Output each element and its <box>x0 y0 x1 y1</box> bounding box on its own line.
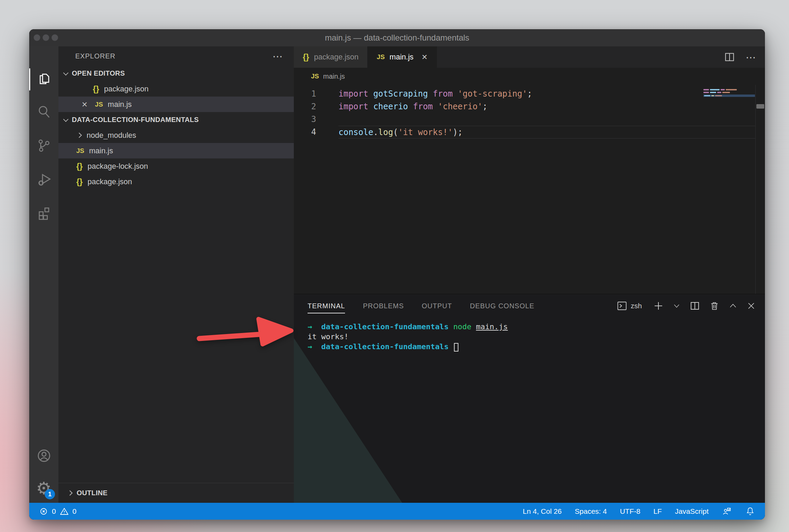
run-debug-icon[interactable] <box>29 166 58 192</box>
js-file-icon: JS <box>377 53 385 61</box>
tab-terminal[interactable]: TERMINAL <box>308 294 345 318</box>
line-number: 1 <box>294 88 316 100</box>
editor-scrollbar[interactable] <box>755 85 765 294</box>
code-line[interactable]: 2import cheerio from 'cheerio'; <box>294 100 765 113</box>
more-actions-icon[interactable]: ⋯ <box>273 50 284 62</box>
minimap-current-line <box>703 95 755 97</box>
term-line[interactable]: → data-collection-fundamentals <box>308 342 765 352</box>
explorer-icon[interactable] <box>29 66 58 92</box>
editor-actions: ⋯ <box>724 46 757 68</box>
token: ; <box>527 89 532 99</box>
tree-item-label: package-lock.json <box>88 162 148 171</box>
token: → <box>308 342 312 351</box>
code-editor[interactable]: 1import gotScraping from 'got-scraping';… <box>294 85 765 294</box>
json-file-icon: {} <box>303 52 309 62</box>
term-line[interactable]: it works! <box>308 332 765 342</box>
tree-item-label: package.json <box>88 177 132 186</box>
outline-section[interactable]: OUTLINE <box>58 483 294 503</box>
settings-gear-icon[interactable]: ⚙ 1 <box>29 475 58 501</box>
token <box>312 322 321 331</box>
tree-item-package-lock[interactable]: {} package-lock.json <box>58 158 294 174</box>
term-line[interactable]: → data-collection-fundamentals node main… <box>308 322 765 332</box>
js-file-icon: JS <box>311 73 319 80</box>
minimap[interactable] <box>703 89 755 97</box>
warning-count: 0 <box>73 507 77 516</box>
tab-output[interactable]: OUTPUT <box>422 294 452 318</box>
language-mode[interactable]: JavaScript <box>675 507 709 516</box>
close-tab-icon[interactable]: × <box>422 52 427 62</box>
token: data-collection-fundamentals <box>321 342 449 351</box>
chevron-right-icon <box>67 490 73 496</box>
tree-item-main-js[interactable]: JS main.js <box>58 143 294 158</box>
token <box>449 342 453 351</box>
workspace-label: DATA-COLLECTION-FUNDAMENTALS <box>72 116 199 124</box>
workspace-section[interactable]: DATA-COLLECTION-FUNDAMENTALS <box>58 112 294 128</box>
maximize-window-button[interactable] <box>52 34 58 41</box>
open-editor-label: main.js <box>108 100 132 109</box>
tab-debug-console[interactable]: DEBUG CONSOLE <box>470 294 534 318</box>
cursor-position[interactable]: Ln 4, Col 26 <box>523 507 562 516</box>
chevron-down-icon <box>63 70 69 76</box>
explorer-sidebar: EXPLORER ⋯ OPEN EDITORS {} package.json … <box>58 46 294 503</box>
token: 'it works!' <box>398 128 453 137</box>
split-terminal-icon[interactable] <box>689 300 700 311</box>
close-window-button[interactable] <box>34 34 40 41</box>
panel-header: TERMINAL PROBLEMS OUTPUT DEBUG CONSOLE z… <box>294 294 765 318</box>
tab-package-json[interactable]: {} package.json <box>294 46 368 68</box>
token: gotScraping <box>373 89 433 99</box>
desktop-background: main.js — data-collection-fundamentals <box>0 0 789 532</box>
eol-sequence[interactable]: LF <box>653 507 662 516</box>
error-count: 0 <box>52 507 56 516</box>
tab-problems[interactable]: PROBLEMS <box>363 294 404 318</box>
token: → <box>308 322 312 331</box>
terminal-output[interactable]: → data-collection-fundamentals node main… <box>294 318 765 352</box>
token: log <box>378 128 393 137</box>
open-editor-item[interactable]: {} package.json <box>58 81 294 97</box>
close-editor-icon[interactable]: × <box>82 100 87 109</box>
split-editor-icon[interactable] <box>724 51 735 63</box>
notifications-bell-icon[interactable] <box>745 506 755 517</box>
scrollbar-thumb[interactable] <box>756 104 764 109</box>
maximize-panel-icon[interactable] <box>729 301 737 310</box>
feedback-icon[interactable] <box>722 506 732 517</box>
close-panel-icon[interactable] <box>746 301 756 311</box>
shell-selector[interactable]: zsh <box>617 301 644 311</box>
minimize-window-button[interactable] <box>43 34 49 41</box>
explorer-header: EXPLORER ⋯ <box>58 46 294 66</box>
new-terminal-icon[interactable] <box>653 300 664 311</box>
breadcrumb-item: main.js <box>323 73 345 80</box>
extensions-icon[interactable] <box>29 200 58 226</box>
search-icon[interactable] <box>29 99 58 125</box>
open-editor-item[interactable]: × JS main.js <box>58 97 294 112</box>
terminal-toolbar: zsh <box>617 300 756 311</box>
tree-item-label: node_modules <box>87 131 136 140</box>
token: import <box>338 89 373 99</box>
code-line[interactable]: 4console.log('it works!'); <box>294 126 765 138</box>
token: node <box>453 322 471 331</box>
title-bar[interactable]: main.js — data-collection-fundamentals <box>29 29 765 46</box>
token: cheerio <box>373 102 413 111</box>
vscode-window: main.js — data-collection-fundamentals <box>29 29 765 520</box>
more-actions-icon[interactable]: ⋯ <box>746 51 757 63</box>
terminal-cursor <box>454 343 458 352</box>
editor-tab-bar: {} package.json JS main.js × ⋯ <box>294 46 765 68</box>
json-file-icon: {} <box>93 84 99 94</box>
breadcrumb[interactable]: JS main.js <box>294 68 765 85</box>
kill-terminal-trash-icon[interactable] <box>709 301 720 311</box>
launch-profile-chevron-icon[interactable] <box>673 302 680 310</box>
problems-status[interactable]: 0 0 <box>39 507 76 516</box>
account-icon[interactable] <box>29 443 58 469</box>
js-file-icon: JS <box>95 101 103 108</box>
encoding[interactable]: UTF-8 <box>620 507 641 516</box>
warning-icon <box>59 507 69 516</box>
indentation[interactable]: Spaces: 4 <box>575 507 607 516</box>
tree-item-node-modules[interactable]: node_modules <box>58 128 294 143</box>
source-control-icon[interactable] <box>29 132 58 158</box>
code-line[interactable]: 1import gotScraping from 'got-scraping'; <box>294 88 765 100</box>
shell-label: zsh <box>631 302 642 310</box>
tree-item-package-json[interactable]: {} package.json <box>58 174 294 189</box>
code-line[interactable]: 3 <box>294 113 765 126</box>
tab-main-js[interactable]: JS main.js × <box>368 46 436 68</box>
open-editors-section[interactable]: OPEN EDITORS <box>58 66 294 81</box>
chevron-right-icon <box>77 133 82 138</box>
